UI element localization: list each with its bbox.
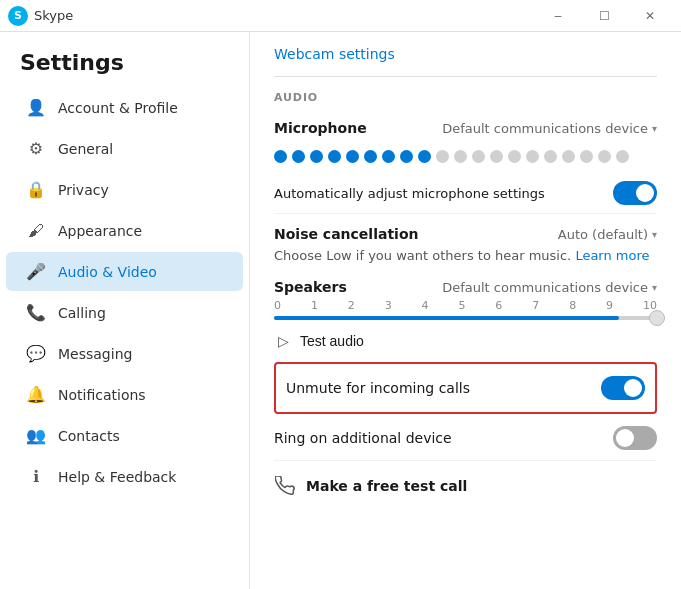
dot-16 <box>544 150 557 163</box>
unmute-row: Unmute for incoming calls <box>274 362 657 414</box>
webcam-settings-link[interactable]: Webcam settings <box>274 32 395 72</box>
sidebar-item-audio-video[interactable]: 🎤 Audio & Video <box>6 252 243 291</box>
dot-19 <box>598 150 611 163</box>
volume-slider-track[interactable] <box>274 316 657 320</box>
dot-7 <box>382 150 395 163</box>
noise-cancellation-value[interactable]: Auto (default) ▾ <box>558 227 657 242</box>
sidebar-item-help[interactable]: ℹ Help & Feedback <box>6 457 243 496</box>
unmute-label: Unmute for incoming calls <box>286 380 470 396</box>
speakers-value[interactable]: Default communications device ▾ <box>442 280 657 295</box>
sidebar-item-label: Messaging <box>58 346 132 362</box>
dot-9 <box>418 150 431 163</box>
phone-icon <box>274 475 296 497</box>
close-button[interactable]: ✕ <box>627 0 673 32</box>
dot-4 <box>328 150 341 163</box>
sidebar-item-contacts[interactable]: 👥 Contacts <box>6 416 243 455</box>
learn-more-link[interactable]: Learn more <box>575 248 649 263</box>
help-icon: ℹ <box>26 467 46 486</box>
unmute-toggle[interactable] <box>601 376 645 400</box>
ring-device-label: Ring on additional device <box>274 430 452 446</box>
app-name: Skype <box>34 8 73 23</box>
microphone-level-dots <box>274 144 657 173</box>
dot-3 <box>310 150 323 163</box>
dot-17 <box>562 150 575 163</box>
dot-14 <box>508 150 521 163</box>
speakers-label: Speakers <box>274 279 347 295</box>
messaging-icon: 💬 <box>26 344 46 363</box>
toggle-thumb <box>616 429 634 447</box>
title-bar: S Skype – ☐ ✕ <box>0 0 681 32</box>
test-call-row[interactable]: Make a free test call <box>274 461 657 503</box>
dot-5 <box>346 150 359 163</box>
skype-icon: S <box>8 6 28 26</box>
app-body: Settings 👤 Account & Profile ⚙ General 🔒… <box>0 32 681 589</box>
sidebar-item-label: Help & Feedback <box>58 469 176 485</box>
sidebar-item-general[interactable]: ⚙ General <box>6 129 243 168</box>
sidebar-item-messaging[interactable]: 💬 Messaging <box>6 334 243 373</box>
audio-section-label: AUDIO <box>274 91 657 104</box>
sidebar-item-label: Audio & Video <box>58 264 157 280</box>
dot-11 <box>454 150 467 163</box>
sidebar-item-appearance[interactable]: 🖌 Appearance <box>6 211 243 250</box>
microphone-value[interactable]: Default communications device ▾ <box>442 121 657 136</box>
slider-thumb[interactable] <box>649 310 665 326</box>
sidebar-item-label: General <box>58 141 113 157</box>
divider-top <box>274 76 657 77</box>
toggle-thumb <box>636 184 654 202</box>
sidebar-item-label: Notifications <box>58 387 146 403</box>
auto-adjust-row: Automatically adjust microphone settings <box>274 173 657 214</box>
window-controls: – ☐ ✕ <box>535 0 673 32</box>
sidebar-item-label: Account & Profile <box>58 100 178 116</box>
sidebar-item-label: Privacy <box>58 182 109 198</box>
calling-icon: 📞 <box>26 303 46 322</box>
dot-18 <box>580 150 593 163</box>
sidebar-item-notifications[interactable]: 🔔 Notifications <box>6 375 243 414</box>
dot-13 <box>490 150 503 163</box>
sidebar-item-privacy[interactable]: 🔒 Privacy <box>6 170 243 209</box>
sidebar-item-label: Calling <box>58 305 106 321</box>
ring-device-toggle[interactable] <box>613 426 657 450</box>
speakers-section: Speakers Default communications device ▾… <box>274 267 657 322</box>
dot-2 <box>292 150 305 163</box>
chevron-down-icon: ▾ <box>652 123 657 134</box>
audio-video-icon: 🎤 <box>26 262 46 281</box>
content-area: Webcam settings AUDIO Microphone Default… <box>250 32 681 589</box>
slider-fill <box>274 316 619 320</box>
dot-12 <box>472 150 485 163</box>
auto-adjust-toggle[interactable] <box>613 181 657 205</box>
auto-adjust-label: Automatically adjust microphone settings <box>274 186 545 201</box>
test-call-label: Make a free test call <box>306 478 467 494</box>
maximize-button[interactable]: ☐ <box>581 0 627 32</box>
sidebar-item-account[interactable]: 👤 Account & Profile <box>6 88 243 127</box>
noise-cancellation-section: Noise cancellation Auto (default) ▾ Choo… <box>274 214 657 267</box>
notifications-icon: 🔔 <box>26 385 46 404</box>
sidebar-item-label: Contacts <box>58 428 120 444</box>
dot-6 <box>364 150 377 163</box>
ring-device-row: Ring on additional device <box>274 416 657 461</box>
privacy-icon: 🔒 <box>26 180 46 199</box>
app-logo: S Skype <box>8 6 73 26</box>
appearance-icon: 🖌 <box>26 221 46 240</box>
test-audio-label: Test audio <box>300 333 364 349</box>
dot-1 <box>274 150 287 163</box>
contacts-icon: 👥 <box>26 426 46 445</box>
account-icon: 👤 <box>26 98 46 117</box>
noise-cancellation-label: Noise cancellation <box>274 226 418 242</box>
sidebar: Settings 👤 Account & Profile ⚙ General 🔒… <box>0 32 250 589</box>
dot-15 <box>526 150 539 163</box>
toggle-thumb <box>624 379 642 397</box>
noise-cancellation-description: Choose Low if you want others to hear mu… <box>274 248 657 263</box>
minimize-button[interactable]: – <box>535 0 581 32</box>
play-icon: ▷ <box>274 332 292 350</box>
slider-labels: 0 1 2 3 4 5 6 7 8 9 10 <box>274 299 657 316</box>
sidebar-item-calling[interactable]: 📞 Calling <box>6 293 243 332</box>
chevron-down-icon: ▾ <box>652 229 657 240</box>
test-audio-button[interactable]: ▷ Test audio <box>274 322 364 360</box>
settings-title: Settings <box>0 32 249 87</box>
dot-10 <box>436 150 449 163</box>
noise-cancellation-row: Noise cancellation Auto (default) ▾ <box>274 222 657 246</box>
microphone-label: Microphone <box>274 120 367 136</box>
microphone-row: Microphone Default communications device… <box>274 112 657 144</box>
sidebar-item-label: Appearance <box>58 223 142 239</box>
speakers-row: Speakers Default communications device ▾ <box>274 275 657 299</box>
